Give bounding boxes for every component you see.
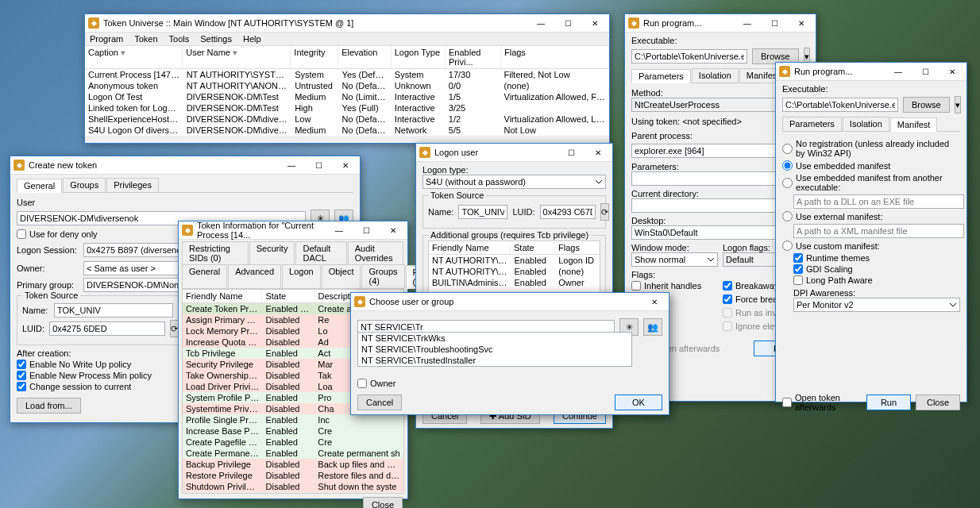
table-row[interactable]: Current Process [14760]NT AUTHORITY\SYST…	[85, 69, 609, 80]
logon-type-select[interactable]: S4U (without a password)	[422, 175, 606, 189]
tab-parameters[interactable]: Parameters	[631, 69, 691, 83]
table-row[interactable]: Anonymous tokenNT AUTHORITY\ANONYMOUS LO…	[85, 80, 609, 91]
col-header[interactable]: User Name ▾	[183, 46, 291, 68]
close-button[interactable]: Close	[916, 394, 960, 410]
menu-token[interactable]: Token	[134, 34, 157, 44]
no-write-up-checkbox[interactable]	[17, 360, 26, 369]
col-header[interactable]: Flags	[555, 241, 600, 254]
tab[interactable]: Audit Overrides	[348, 241, 403, 264]
tab-privileges[interactable]: Privileges	[106, 178, 159, 192]
minimize-button[interactable]: —	[530, 16, 552, 30]
group-row[interactable]: NT AUTHORITY\SYSTEMEnabled(none)	[429, 266, 600, 277]
maximize-button[interactable]: ☐	[560, 145, 582, 160]
menu-settings[interactable]: Settings	[200, 34, 232, 44]
col-header[interactable]: Friendly Name	[183, 290, 262, 302]
titlebar[interactable]: ◆ Run program... —☐✕	[625, 14, 816, 33]
dll-path-input[interactable]	[793, 194, 964, 209]
ok-button[interactable]: OK	[615, 394, 662, 410]
col-header[interactable]: Caption ▾	[85, 46, 183, 68]
browse-icon[interactable]: 👥	[643, 318, 662, 336]
col-header[interactable]: State	[262, 290, 314, 302]
tab[interactable]: Restricting SIDs (0)	[182, 241, 249, 264]
privilege-row[interactable]: Backup PrivilegeDisabledBack up files an…	[183, 459, 403, 470]
maximize-button[interactable]: ☐	[307, 158, 330, 172]
table-row[interactable]: S4U Logon Of diversenokDIVERSENOK-DM\div…	[85, 125, 609, 136]
col-header[interactable]: Friendly Name	[429, 241, 511, 254]
inherit-handles-checkbox[interactable]	[631, 281, 641, 291]
embedded-manifest-radio[interactable]	[782, 160, 793, 171]
titlebar[interactable]: ◆ Run program... —☐✕	[776, 63, 966, 81]
col-header[interactable]: Logon Type	[392, 46, 446, 68]
titlebar[interactable]: ◆ Create new token —☐✕	[10, 156, 360, 175]
tab[interactable]: Groups (4)	[361, 264, 404, 288]
col-header[interactable]: Integrity	[291, 46, 338, 68]
maximize-button[interactable]: ☐	[914, 64, 936, 79]
table-row[interactable]: ShellExperienceHost.exe [7900]DIVERSENOK…	[85, 114, 609, 125]
close-button[interactable]: ✕	[382, 223, 404, 237]
open-afterwards-checkbox[interactable]	[782, 398, 792, 407]
luid-refresh-icon[interactable]: ⟳	[600, 203, 609, 221]
col-header[interactable]: Enabled Privi...	[446, 46, 501, 68]
deny-only-checkbox[interactable]	[17, 229, 26, 239]
titlebar[interactable]: ◆ Choose user or group ✕	[351, 293, 669, 311]
dpi-select[interactable]: Per Monitor v2	[793, 298, 960, 312]
menu-help[interactable]: Help	[243, 34, 261, 44]
tab[interactable]: Security	[249, 241, 295, 264]
close-button[interactable]: ✕	[587, 145, 609, 160]
parent-input[interactable]	[631, 144, 776, 158]
close-button[interactable]: ✕	[941, 64, 963, 79]
tab-parameters[interactable]: Parameters	[782, 117, 842, 131]
exe-input[interactable]	[631, 49, 747, 64]
titlebar[interactable]: ◆ Logon user ☐✕	[416, 144, 612, 162]
table-row[interactable]: Logon Of TestDIVERSENOK-DM\TestMediumNo …	[85, 91, 609, 102]
cancel-button[interactable]: Cancel	[357, 394, 402, 410]
suggest-item[interactable]: NT SERVICE\TroubleshootingSvc	[358, 344, 631, 355]
minimize-button[interactable]: —	[736, 16, 758, 30]
titlebar[interactable]: ◆ Token Information for "Current Process…	[179, 221, 407, 240]
tab-groups[interactable]: Groups	[63, 178, 106, 192]
privilege-row[interactable]: Create Pagefile PrivilegeEnabledCre	[183, 437, 403, 448]
maximize-button[interactable]: ☐	[763, 16, 785, 30]
close-button[interactable]: Close	[363, 497, 403, 508]
external-manifest-radio[interactable]	[782, 211, 793, 221]
custom-manifest-radio[interactable]	[782, 241, 793, 251]
owner-checkbox[interactable]	[357, 379, 367, 388]
xml-path-input[interactable]	[793, 224, 964, 238]
privilege-row[interactable]: Create Permanent PrivilegeEnabledCreate …	[183, 448, 403, 459]
load-from-button[interactable]: Load from...	[17, 398, 81, 414]
tab[interactable]: Logon	[282, 264, 321, 288]
long-path-checkbox[interactable]	[793, 275, 803, 285]
exe-input[interactable]	[782, 98, 898, 112]
group-row[interactable]: NT AUTHORITY\LogonSes...EnabledLogon ID	[429, 255, 600, 266]
privilege-row[interactable]: Increase Base Priority Pri...EnabledCre	[183, 425, 403, 437]
name-input[interactable]	[458, 205, 507, 219]
luid-input[interactable]	[49, 321, 165, 336]
embedded-other-radio[interactable]	[782, 178, 793, 188]
close-button[interactable]: ✕	[790, 16, 812, 30]
tab-isolation[interactable]: Isolation	[692, 68, 739, 83]
titlebar[interactable]: ◆ Token Universe :: Main Window [NT AUTH…	[85, 14, 609, 33]
force-breakaway-checkbox[interactable]	[723, 294, 732, 304]
menu-program[interactable]: Program	[90, 34, 123, 44]
dropdown-icon[interactable]: ▾	[955, 96, 961, 114]
maximize-button[interactable]: ☐	[355, 223, 377, 237]
window-mode-select[interactable]: Show normal	[631, 252, 718, 267]
col-header[interactable]: Elevation	[338, 46, 392, 68]
tab[interactable]: Default DACL	[295, 241, 346, 264]
name-input[interactable]	[54, 303, 173, 318]
col-header[interactable]: Flags	[501, 46, 609, 68]
col-header[interactable]: State	[511, 241, 555, 254]
luid-input[interactable]	[540, 205, 596, 219]
privilege-row[interactable]: Restore PrivilegeDisabledRestore files a…	[183, 470, 403, 481]
close-button[interactable]: ✕	[334, 158, 357, 172]
menu-tools[interactable]: Tools	[169, 34, 190, 44]
group-row[interactable]: BUILTIN\AdministratorsEnabledOwner	[429, 277, 600, 288]
run-button[interactable]: Run	[866, 394, 911, 410]
browse-button[interactable]: Browse	[903, 97, 950, 113]
close-button[interactable]: ✕	[584, 16, 606, 30]
change-session-checkbox[interactable]	[17, 382, 26, 391]
breakaway-checkbox[interactable]	[723, 281, 732, 291]
gdi-scaling-checkbox[interactable]	[793, 264, 803, 274]
minimize-button[interactable]: —	[887, 64, 909, 79]
table-row[interactable]: Linked token for Logon Of TestDIVERSENOK…	[85, 102, 609, 114]
